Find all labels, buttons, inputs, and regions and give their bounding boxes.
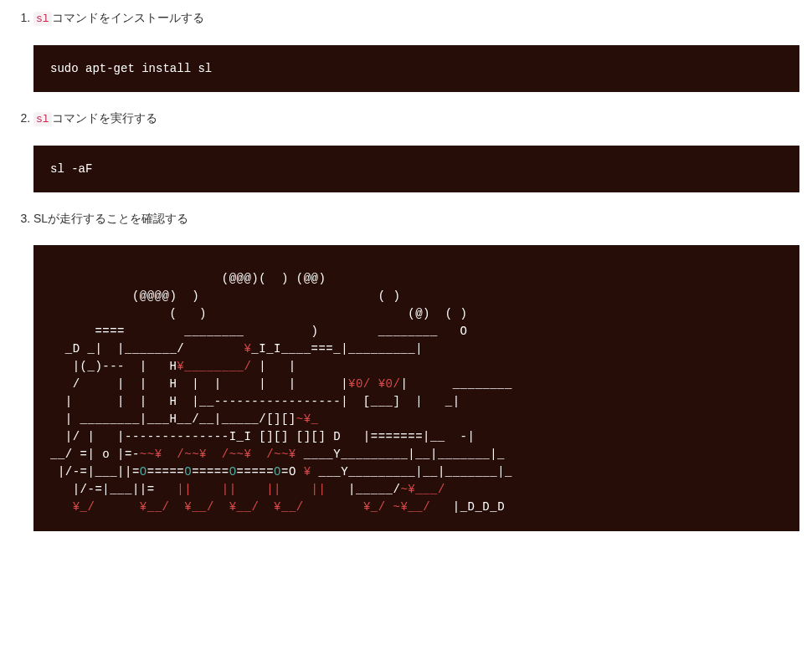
inline-code: sl: [33, 112, 52, 126]
instruction-list: slコマンドをインストールする sudo apt-get install sl …: [13, 8, 799, 531]
step-text: コマンドを実行する: [52, 111, 157, 125]
code-block-install: sudo apt-get install sl: [33, 45, 799, 92]
step-1: slコマンドをインストールする sudo apt-get install sl: [33, 8, 799, 92]
step-2: slコマンドを実行する sl -aF: [33, 109, 799, 192]
ascii-art-output: (@@@)( ) (@@) (@@@@) ) ( ) ( ) (@) ( ) =…: [33, 245, 799, 531]
code-content: sl -aF: [50, 162, 92, 176]
step-text: コマンドをインストールする: [52, 11, 204, 24]
step-text: SLが走行することを確認する: [33, 212, 188, 225]
step-3: SLが走行することを確認する (@@@)( ) (@@) (@@@@) ) ( …: [33, 209, 799, 530]
code-content: sudo apt-get install sl: [50, 62, 212, 75]
code-block-run: sl -aF: [33, 146, 799, 192]
inline-code: sl: [33, 12, 52, 26]
